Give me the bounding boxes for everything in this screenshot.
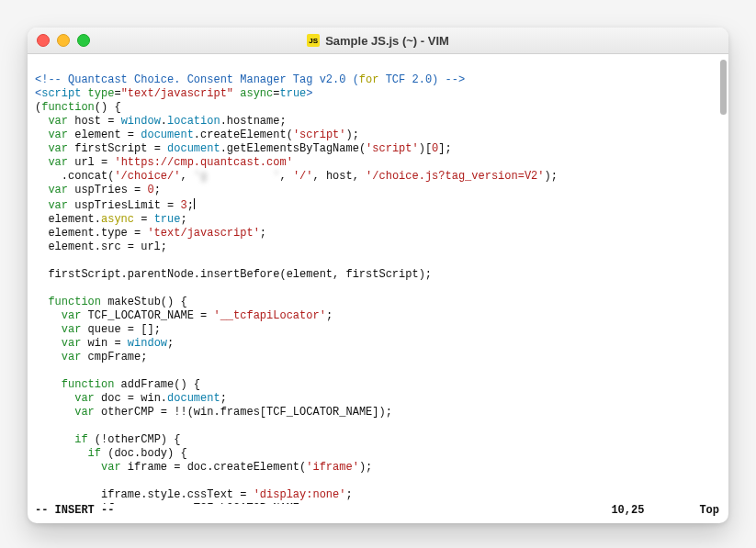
- file-type-icon: JS: [307, 34, 320, 47]
- minimize-icon[interactable]: [57, 34, 70, 47]
- code-text: if (!otherCMP) {: [35, 433, 180, 446]
- code-editor[interactable]: <!-- Quantcast Choice. Consent Manager T…: [28, 54, 728, 504]
- code-text: var element = document.createElement('sc…: [35, 129, 359, 141]
- code-text: var doc = win.document;: [35, 392, 227, 405]
- status-bar: -- INSERT -- 10,25 Top: [28, 504, 728, 523]
- code-text: var host = window.location.hostname;: [35, 115, 287, 128]
- code-text: var win = window;: [35, 337, 174, 350]
- code-text: .concat('/choice/', 'g ', '/', host, '/c…: [35, 170, 558, 183]
- window-controls: [37, 34, 90, 47]
- window-title-text: Sample JS.js (~) - VIM: [325, 34, 449, 48]
- code-text: firstScript.parentNode.insertBefore(elem…: [35, 268, 432, 281]
- code-text: <script type="text/javascript" async=tru…: [35, 87, 313, 100]
- text-cursor: [194, 198, 195, 209]
- window-title: JS Sample JS.js (~) - VIM: [28, 34, 728, 48]
- code-text: function addFrame() {: [35, 378, 200, 391]
- code-text: iframe.style.cssText = 'display:none';: [35, 488, 353, 501]
- code-text: var cmpFrame;: [35, 351, 147, 363]
- titlebar[interactable]: JS Sample JS.js (~) - VIM: [28, 28, 728, 54]
- code-text: var uspTries = 0;: [35, 184, 161, 196]
- code-text: (function() {: [35, 101, 121, 114]
- code-text: element.src = url;: [35, 240, 167, 253]
- code-text: var firstScript = document.getElementsBy…: [35, 142, 452, 155]
- code-text: element.async = true;: [35, 213, 187, 226]
- code-text: function makeStub() {: [35, 296, 187, 308]
- code-text: iframe.name = TCF_LOCATOR_NAME;: [35, 502, 306, 504]
- code-text: if (doc.body) {: [35, 447, 187, 460]
- code-text: var iframe = doc.createElement('iframe')…: [35, 461, 372, 474]
- code-text: var queue = [];: [35, 323, 161, 336]
- code-text: var url = 'https://cmp.quantcast.com': [35, 156, 293, 169]
- code-text: var TCF_LOCATOR_NAME = '__tcfapiLocator'…: [35, 309, 333, 322]
- scrollbar-thumb[interactable]: [720, 60, 727, 115]
- vim-mode: -- INSERT --: [35, 504, 114, 518]
- code-text: element.type = 'text/javascript';: [35, 227, 266, 240]
- code-text: var uspTriesLimit = 3;: [35, 199, 195, 212]
- code-text: <!-- Quantcast Choice. Consent Manager T…: [35, 73, 465, 86]
- terminal-window: JS Sample JS.js (~) - VIM <!-- Quantcast…: [28, 28, 728, 523]
- close-icon[interactable]: [37, 34, 50, 47]
- code-text: var otherCMP = !!(win.frames[TCF_LOCATOR…: [35, 406, 392, 419]
- cursor-position: 10,25: [611, 504, 644, 518]
- zoom-icon[interactable]: [77, 34, 90, 47]
- scroll-position: Top: [699, 504, 719, 518]
